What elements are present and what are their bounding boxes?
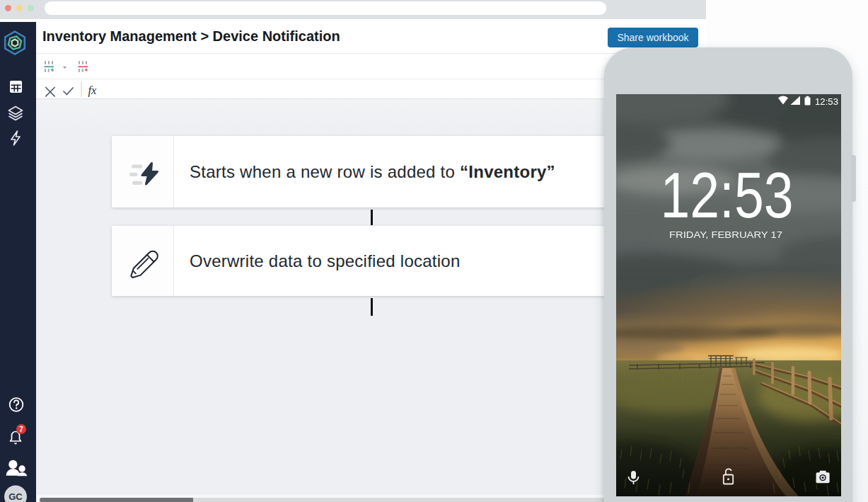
svg-text:7: 7 <box>19 426 23 433</box>
svg-text:12:53: 12:53 <box>815 96 838 107</box>
svg-text:FRIDAY, FEBRUARY 17: FRIDAY, FEBRUARY 17 <box>669 229 782 240</box>
svg-text:fx: fx <box>88 84 98 97</box>
svg-text:12:53: 12:53 <box>661 160 794 231</box>
svg-text:GC: GC <box>8 491 23 502</box>
